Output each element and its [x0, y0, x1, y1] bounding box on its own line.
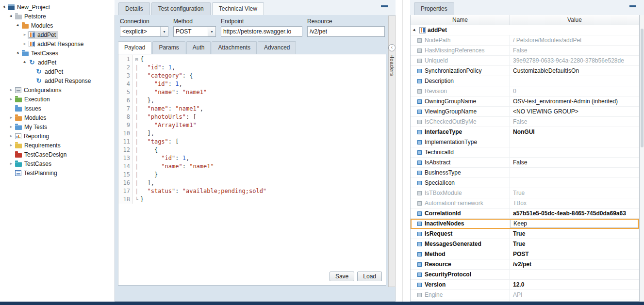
tree-item-content[interactable]: Issues [14, 105, 44, 112]
property-row-businesstype[interactable]: BusinessType [411, 168, 639, 178]
properties-root-row[interactable]: addPet [411, 25, 639, 35]
tree-item-content[interactable]: addPet [34, 67, 66, 76]
dropdown-arrow-icon[interactable]: ▾ [208, 27, 215, 36]
property-row-correlationid[interactable]: CorrelationIda57b51e5-05dc-4eab-8465-745… [411, 209, 639, 219]
property-value-cell[interactable]: 39e92789-0633-9c4a-2280-378b56e528de [510, 56, 639, 65]
tree-item-content[interactable]: Petstore [14, 13, 49, 20]
property-row-isrequest[interactable]: IsRequestTrue [411, 229, 639, 239]
resource-input[interactable]: /v2/pet [307, 26, 385, 37]
expander-collapsed-icon[interactable] [22, 39, 28, 48]
property-value-cell[interactable]: False [510, 46, 639, 55]
minimize-panel-icon[interactable] [381, 5, 388, 7]
expander-collapsed-icon[interactable] [8, 131, 14, 141]
property-row-inactivenodes[interactable]: InactiveNodesKeep [411, 219, 639, 229]
fold-collapse-icon[interactable]: ⊟ [133, 55, 140, 64]
tree-item-content[interactable]: addPet Response [28, 40, 86, 48]
tree-item-content[interactable]: Configurations [14, 86, 64, 94]
tree-item-content[interactable]: addPet [28, 58, 59, 66]
subtab-auth[interactable]: Auth [186, 41, 211, 54]
property-value-cell[interactable]: 0 [510, 86, 639, 96]
property-row-interfacetype[interactable]: InterfaceTypeNonGUI [411, 127, 639, 137]
property-row-version[interactable]: Version12.0 [411, 280, 639, 290]
property-row-description[interactable]: Description [411, 76, 639, 86]
property-value-cell[interactable]: CustomizableDefaultIsOn [510, 66, 639, 76]
property-value-cell[interactable] [510, 168, 639, 177]
minimize-panel-icon[interactable] [629, 5, 636, 7]
property-row-nodepath[interactable]: NodePath/ Petstore/Modules/addPet [411, 35, 639, 46]
connection-dropdown[interactable]: <explicit>▾ [120, 26, 168, 37]
dropdown-arrow-icon[interactable]: ▾ [160, 27, 168, 36]
property-value-cell[interactable]: False [510, 117, 639, 127]
property-value-cell[interactable]: POST [510, 249, 639, 259]
tree-item-content[interactable]: TestCases [21, 49, 61, 57]
property-value-cell[interactable] [510, 178, 639, 188]
property-row-revision[interactable]: Revision0 [411, 86, 639, 96]
tree-item-testcases[interactable]: TestCases [0, 48, 111, 58]
property-value-cell[interactable] [510, 270, 639, 279]
headers-side-tab[interactable]: ‹ Headers [388, 16, 396, 287]
property-row-technicalid[interactable]: TechnicalId [411, 147, 639, 158]
property-value-cell[interactable]: True [510, 239, 639, 249]
tree-item-configurations[interactable]: Configurations [0, 85, 111, 95]
tree-item-testcasedesign[interactable]: TestCaseDesign [0, 150, 111, 159]
property-value-cell[interactable]: Keep [510, 219, 638, 228]
property-row-method[interactable]: MethodPOST [411, 249, 639, 259]
tree-item-testplanning[interactable]: TestPlanning [0, 168, 111, 177]
tree-item-content[interactable]: addPet Response [34, 77, 93, 85]
method-dropdown[interactable]: POST▾ [173, 26, 216, 37]
property-value-cell[interactable]: ApiExecutor [510, 300, 639, 302]
tree-item-addpet-response[interactable]: addPet Response [0, 39, 111, 48]
tree-item-content[interactable]: Modules [14, 114, 49, 122]
tree-item-content[interactable]: TestCases [14, 160, 54, 168]
property-value-cell[interactable]: / Petstore/Modules/addPet [510, 35, 639, 45]
expander-collapsed-icon[interactable] [8, 85, 14, 95]
tab-details[interactable]: Details [118, 2, 150, 15]
tree-item-testcases[interactable]: TestCases [0, 159, 111, 168]
property-value-cell[interactable] [510, 147, 639, 157]
property-row-resource[interactable]: Resource/v2/pet [411, 259, 639, 270]
tree-item-addpet[interactable]: addPet [0, 67, 111, 76]
expander-expanded-icon[interactable] [1, 2, 7, 12]
property-row-isabstract[interactable]: IsAbstractFalse [411, 158, 639, 168]
expander-expanded-icon[interactable] [22, 58, 28, 67]
expander-expanded-icon[interactable] [15, 21, 21, 30]
tree-item-content[interactable]: Modules [21, 22, 55, 30]
expander-expanded-icon[interactable] [412, 26, 417, 35]
property-row-owninggroupname[interactable]: OwningGroupNameOSV-test_environment-Admi… [411, 96, 639, 107]
property-row-synchronizationpolicy[interactable]: SynchronizationPolicyCustomizableDefault… [411, 66, 639, 76]
property-row-implementationtype[interactable]: ImplementationType [411, 137, 639, 147]
property-value-cell[interactable]: True [510, 229, 639, 239]
property-value-cell[interactable]: NonGUI [510, 127, 639, 137]
subtab-payload[interactable]: Payload [118, 41, 151, 54]
property-row-specialicon[interactable]: SpecialIcon [411, 178, 639, 188]
tree-item-content[interactable]: TestCaseDesign [14, 151, 69, 159]
property-row-messagesgenerated[interactable]: MessagesGeneratedTrue [411, 239, 639, 249]
expander-collapsed-icon[interactable] [8, 113, 14, 122]
property-row-hasmissingreferences[interactable]: HasMissingReferencesFalse [411, 46, 639, 56]
tab-technical-view[interactable]: Technical View [212, 2, 264, 15]
tree-item-content[interactable]: Execution [14, 96, 52, 103]
tab-test-configuration[interactable]: Test configuration [151, 2, 211, 15]
property-value-cell[interactable]: TBox [510, 198, 639, 208]
load-button[interactable]: Load [357, 272, 382, 281]
property-value-cell[interactable]: True [510, 188, 639, 198]
tree-item-content[interactable]: My Tests [14, 123, 50, 131]
tree-item-content[interactable]: New_Project [7, 3, 52, 11]
property-row-executor[interactable]: ExecutorApiExecutor [411, 300, 639, 302]
column-header-name[interactable]: Name [411, 15, 510, 25]
property-value-cell[interactable] [510, 137, 639, 147]
property-row-engine[interactable]: EngineAPI [411, 290, 639, 300]
property-row-ischeckedoutbyme[interactable]: IsCheckedOutByMeFalse [411, 117, 639, 127]
expander-collapsed-icon[interactable] [8, 159, 14, 168]
property-value-cell[interactable] [510, 76, 639, 86]
endpoint-input[interactable]: https://petstore.swagger.io [221, 26, 302, 37]
tree-item-new-project[interactable]: New_Project [0, 2, 111, 12]
expander-expanded-icon[interactable] [8, 12, 14, 21]
property-value-cell[interactable]: <NO VIEWING GROUP> [510, 107, 639, 116]
tree-item-content[interactable]: Requirements [14, 142, 63, 149]
tree-item-content[interactable]: TestPlanning [14, 169, 60, 177]
expander-expanded-icon[interactable] [15, 48, 21, 58]
properties-scrollbar[interactable] [640, 15, 644, 302]
tree-item-petstore[interactable]: Petstore [0, 12, 111, 21]
property-row-automationframework[interactable]: AutomationFrameworkTBox [411, 198, 639, 209]
